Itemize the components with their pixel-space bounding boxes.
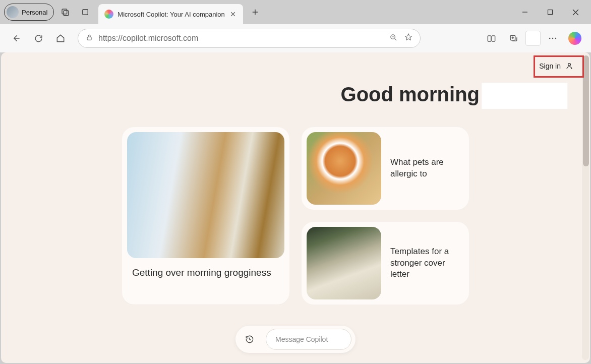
back-button[interactable] [6,28,26,48]
history-button[interactable] [240,329,260,349]
collections-icon[interactable] [503,28,523,48]
suggestion-cards: Getting over morning grogginess What pet… [1,127,590,305]
avatar [7,6,19,18]
browser-toolbar: https://copilot.microsoft.com [0,24,591,52]
message-input[interactable]: Message Copilot [266,329,351,350]
extension-placeholder[interactable] [525,31,541,46]
greeting-heading: Good morning [341,83,568,109]
window-controls [513,4,587,20]
minimize-button[interactable] [513,4,537,20]
svg-rect-3 [548,10,553,15]
card-title: What pets are allergic to [390,157,464,180]
svg-rect-7 [492,35,495,41]
more-menu-icon[interactable] [543,28,563,48]
greeting-text: Good morning [341,83,480,105]
browser-titlebar: Personal Microsoft Copilot: Your AI comp… [0,0,591,24]
card-image-curtains [127,132,284,258]
close-window-button[interactable] [564,4,587,20]
redacted-name [482,83,567,109]
card-title: Getting over morning grogginess [127,266,284,280]
tab-title: Microsoft Copilot: Your AI companion [117,11,224,18]
sign-in-label: Sign in [539,62,561,70]
copilot-logo-icon [568,32,581,45]
suggestion-card-cover-letter[interactable]: Templates for a stronger cover letter [302,222,469,305]
svg-rect-1 [64,11,69,16]
close-tab-button[interactable] [229,10,237,18]
svg-rect-2 [83,10,88,15]
workspaces-icon[interactable] [56,3,74,21]
profile-label: Personal [22,9,47,16]
new-tab-button[interactable] [247,4,263,20]
split-screen-icon[interactable] [481,28,501,48]
suggestion-card-large[interactable]: Getting over morning grogginess [122,127,289,305]
home-button[interactable] [50,28,71,48]
message-placeholder: Message Copilot [275,335,328,343]
copilot-sidebar-button[interactable] [565,28,585,48]
address-bar[interactable]: https://copilot.microsoft.com [78,29,421,48]
address-text: https://copilot.microsoft.com [98,34,383,43]
svg-point-11 [555,38,557,39]
message-composer: Message Copilot [235,326,356,353]
tab-actions-icon[interactable] [76,3,94,21]
lock-icon [85,33,93,43]
person-icon [565,62,574,71]
svg-point-12 [568,64,571,66]
svg-point-9 [549,38,551,39]
card-title: Templates for a stronger cover letter [390,246,464,281]
card-image-dog [307,132,381,205]
zoom-out-icon[interactable] [389,33,398,44]
profile-switcher[interactable]: Personal [4,4,54,21]
svg-rect-6 [488,35,491,41]
card-image-plant [307,227,381,299]
copilot-favicon-icon [104,10,113,19]
favorite-icon[interactable] [404,33,413,44]
svg-rect-4 [87,37,91,40]
maximize-button[interactable] [539,4,562,20]
browser-tab[interactable]: Microsoft Copilot: Your AI companion [98,4,243,24]
svg-rect-0 [62,9,67,14]
suggestion-card-pets[interactable]: What pets are allergic to [302,127,469,210]
page-content: Sign in Good morning Getting over mornin… [1,52,590,363]
sign-in-button[interactable]: Sign in [534,58,579,74]
svg-point-10 [552,38,554,39]
refresh-button[interactable] [28,28,48,48]
